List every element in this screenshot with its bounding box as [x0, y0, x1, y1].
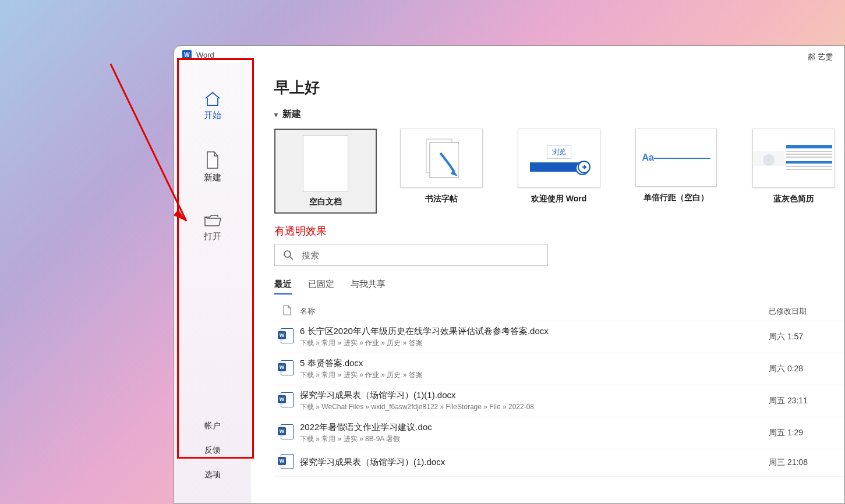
calligraphy-icon [424, 138, 459, 179]
template-caption-single-space: 单倍行距（空白） [626, 193, 727, 203]
template-welcome[interactable]: 浏览 欢迎使用 Word [508, 129, 610, 214]
file-list-header: 名称 已修改日期 [274, 299, 844, 321]
template-caption-resume: 蓝灰色简历 [743, 194, 844, 204]
template-caption-blank: 空白文档 [309, 197, 342, 207]
new-section-toggle[interactable]: ▾ 新建 [274, 108, 844, 120]
file-date: 周六 1:57 [769, 332, 844, 342]
file-row[interactable]: 6 长宁区2020年八年级历史在线学习效果评估试卷参考答案.docx 下载 » … [274, 321, 844, 353]
file-name: 6 长宁区2020年八年级历史在线学习效果评估试卷参考答案.docx [300, 326, 769, 337]
file-path: 下载 » 常用 » 进实 » 8B-9A 暑假 [300, 434, 769, 444]
word-doc-icon [281, 360, 294, 375]
new-doc-icon [206, 151, 220, 169]
sidebar-label-new: 新建 [204, 172, 221, 182]
tab-pinned[interactable]: 已固定 [308, 279, 334, 294]
template-calligraphy[interactable]: 书法字帖 [391, 129, 492, 214]
word-app-icon: W [182, 50, 192, 59]
svg-point-3 [284, 251, 291, 257]
file-row[interactable]: 探究学习成果表（场馆学习）(1)(1).docx 下载 » WeChat Fil… [274, 385, 844, 417]
sidebar-item-open[interactable]: 打开 [174, 214, 251, 242]
recent-tabs: 最近 已固定 与我共享 [274, 279, 844, 294]
svg-line-4 [290, 257, 293, 260]
file-row[interactable]: 2022年暑假语文作业学习建议.doc 下载 » 常用 » 进实 » 8B-9A… [274, 417, 844, 449]
file-path: 下载 » 常用 » 进实 » 作业 » 历史 » 答案 [300, 370, 769, 380]
template-gallery: 空白文档 书法字帖 浏览 [274, 129, 844, 214]
file-date: 周五 23:11 [769, 396, 844, 406]
sidebar-item-account[interactable]: 帐户 [174, 414, 251, 438]
app-title: Word [196, 51, 214, 59]
doc-header-icon [283, 305, 291, 315]
column-name[interactable]: 名称 [300, 306, 769, 317]
file-path: 下载 » WeChat Files » wxid_f6asw2fdje8122 … [300, 402, 769, 412]
file-name: 2022年暑假语文作业学习建议.doc [300, 422, 769, 433]
template-caption-welcome: 欢迎使用 Word [508, 194, 610, 204]
sidebar-item-feedback[interactable]: 反馈 [174, 438, 251, 463]
word-doc-icon [281, 392, 294, 407]
home-icon [204, 91, 221, 107]
titlebar[interactable]: W Word [174, 46, 844, 63]
arrow-right-icon [578, 161, 591, 173]
file-path: 下载 » 常用 » 进实 » 作业 » 历史 » 答案 [300, 338, 769, 348]
aa-label: Aa [642, 152, 653, 163]
template-blank[interactable]: 空白文档 [274, 129, 374, 214]
file-date: 周三 21:08 [769, 457, 844, 468]
user-name[interactable]: 郝 艺雯 [808, 52, 833, 62]
template-resume[interactable]: 蓝灰色简历 [743, 129, 844, 214]
template-single-space[interactable]: Aa 单倍行距（空白） [626, 129, 727, 214]
file-date: 周六 0:28 [769, 364, 844, 374]
sidebar-label-open: 打开 [204, 231, 221, 241]
sidebar-label-home: 开始 [204, 110, 221, 120]
blank-page-icon [303, 135, 348, 192]
file-list: 6 长宁区2020年八年级历史在线学习效果评估试卷参考答案.docx 下载 » … [274, 321, 844, 477]
template-caption-calligraphy: 书法字帖 [391, 194, 492, 204]
annotation-text: 有透明效果 [274, 224, 844, 238]
file-row[interactable]: 探究学习成果表（场馆学习）(1).docx 周三 21:08 [274, 449, 844, 477]
welcome-browse-label: 浏览 [547, 145, 571, 159]
file-name: 探究学习成果表（场馆学习）(1)(1).docx [300, 390, 769, 401]
search-icon [283, 250, 294, 260]
word-doc-icon [281, 454, 294, 469]
sidebar-item-new[interactable]: 新建 [174, 151, 251, 183]
left-sidebar: 开始 新建 打开 帐户 反馈 选项 [174, 63, 251, 503]
new-section-label: 新建 [282, 108, 301, 120]
file-name: 探究学习成果表（场馆学习）(1).docx [300, 457, 769, 468]
tab-shared[interactable]: 与我共享 [351, 279, 386, 294]
word-start-window: W Word 郝 艺雯 开始 新建 打开 帐户 反馈 选项 [174, 45, 845, 504]
word-doc-icon [281, 424, 294, 439]
avatar-icon [763, 154, 775, 166]
file-name: 5 奉贤答案.docx [300, 358, 769, 369]
word-doc-icon [281, 328, 294, 343]
file-row[interactable]: 5 奉贤答案.docx 下载 » 常用 » 进实 » 作业 » 历史 » 答案 … [274, 353, 844, 385]
greeting-heading: 早上好 [274, 77, 844, 98]
chevron-down-icon: ▾ [274, 111, 278, 119]
sidebar-item-options[interactable]: 选项 [174, 463, 251, 487]
tab-recent[interactable]: 最近 [274, 279, 292, 294]
search-box[interactable] [274, 244, 548, 266]
main-panel: 早上好 ▾ 新建 空白文档 [251, 63, 844, 503]
file-date: 周五 1:29 [769, 428, 844, 438]
search-input[interactable] [300, 250, 539, 261]
column-modified[interactable]: 已修改日期 [769, 306, 844, 317]
open-folder-icon [204, 214, 221, 228]
sidebar-item-home[interactable]: 开始 [174, 91, 251, 121]
